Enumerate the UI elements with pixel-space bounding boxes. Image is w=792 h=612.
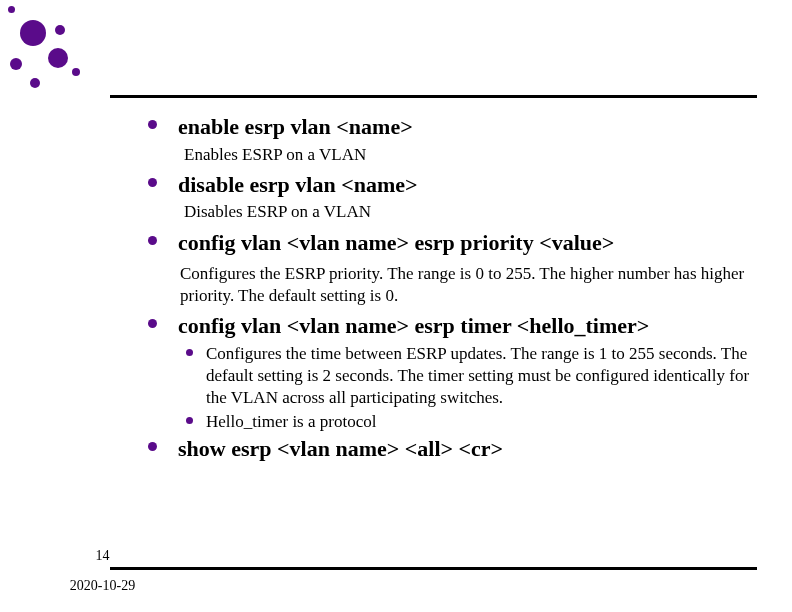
- command-text: config vlan <vlan name> esrp timer <hell…: [178, 311, 750, 341]
- sub-description-text: Hello_timer is a protocol: [206, 412, 376, 431]
- bullet-icon: [186, 349, 193, 356]
- list-item: show esrp <vlan name> <all> <cr>: [140, 434, 750, 464]
- list-item: config vlan <vlan name> esrp priority <v…: [140, 228, 750, 308]
- command-text: enable esrp vlan <name>: [178, 112, 750, 142]
- list-item: enable esrp vlan <name> Enables ESRP on …: [140, 112, 750, 166]
- decorative-bubbles: [0, 0, 110, 110]
- content-body: enable esrp vlan <name> Enables ESRP on …: [140, 112, 750, 463]
- slide-number: 14: [80, 548, 125, 564]
- description-text: Disables ESRP on a VLAN: [178, 201, 750, 223]
- command-text: show esrp <vlan name> <all> <cr>: [178, 434, 750, 464]
- sub-list-item: Configures the time between ESRP updates…: [178, 343, 750, 409]
- list-item: config vlan <vlan name> esrp timer <hell…: [140, 311, 750, 433]
- top-rule: [110, 95, 757, 98]
- bullet-icon: [148, 120, 157, 129]
- list-item: disable esrp vlan <name> Disables ESRP o…: [140, 170, 750, 224]
- bullet-icon: [148, 236, 157, 245]
- bottom-rule: [110, 567, 757, 570]
- description-text: Enables ESRP on a VLAN: [178, 144, 750, 166]
- bullet-icon: [148, 319, 157, 328]
- sub-description-text: Configures the time between ESRP updates…: [206, 344, 749, 407]
- command-text: config vlan <vlan name> esrp priority <v…: [178, 228, 750, 258]
- slide-date: 2020-10-29: [60, 578, 145, 594]
- command-text: disable esrp vlan <name>: [178, 170, 750, 200]
- bullet-icon: [186, 417, 193, 424]
- sub-list-item: Hello_timer is a protocol: [178, 411, 750, 433]
- bullet-icon: [148, 178, 157, 187]
- description-text: Configures the ESRP priority. The range …: [178, 263, 750, 307]
- bullet-icon: [148, 442, 157, 451]
